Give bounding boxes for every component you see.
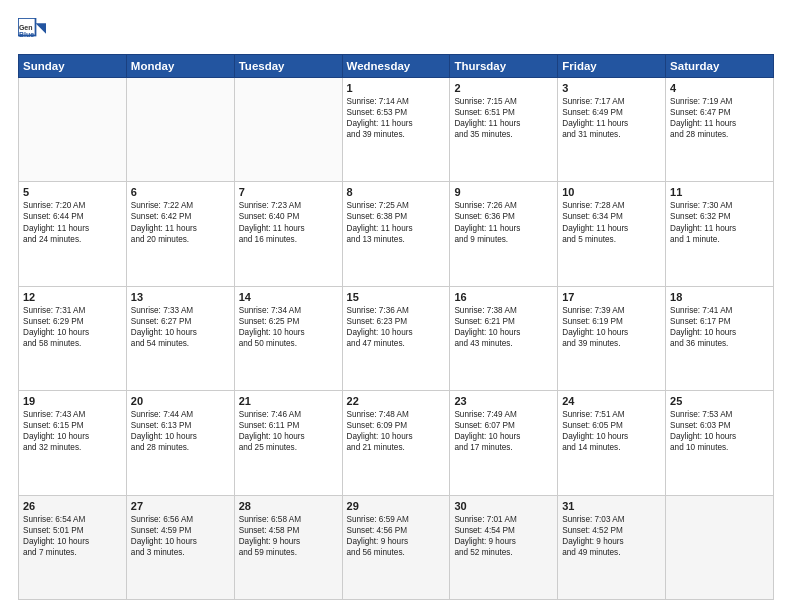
calendar-week-row: 1Sunrise: 7:14 AM Sunset: 6:53 PM Daylig… [19,78,774,182]
calendar-cell: 16Sunrise: 7:38 AM Sunset: 6:21 PM Dayli… [450,286,558,390]
calendar-cell: 14Sunrise: 7:34 AM Sunset: 6:25 PM Dayli… [234,286,342,390]
calendar-cell: 3Sunrise: 7:17 AM Sunset: 6:49 PM Daylig… [558,78,666,182]
calendar-cell: 6Sunrise: 7:22 AM Sunset: 6:42 PM Daylig… [126,182,234,286]
calendar-cell [19,78,127,182]
calendar-cell: 25Sunrise: 7:53 AM Sunset: 6:03 PM Dayli… [666,391,774,495]
cell-info: Sunrise: 7:17 AM Sunset: 6:49 PM Dayligh… [562,96,661,140]
weekday-header: Wednesday [342,55,450,78]
cell-info: Sunrise: 6:58 AM Sunset: 4:58 PM Dayligh… [239,514,338,558]
calendar-cell: 29Sunrise: 6:59 AM Sunset: 4:56 PM Dayli… [342,495,450,599]
day-number: 19 [23,395,122,407]
cell-info: Sunrise: 7:30 AM Sunset: 6:32 PM Dayligh… [670,200,769,244]
day-number: 12 [23,291,122,303]
calendar-cell: 21Sunrise: 7:46 AM Sunset: 6:11 PM Dayli… [234,391,342,495]
cell-info: Sunrise: 7:15 AM Sunset: 6:51 PM Dayligh… [454,96,553,140]
calendar-cell [666,495,774,599]
day-number: 31 [562,500,661,512]
weekday-header: Friday [558,55,666,78]
calendar-week-row: 5Sunrise: 7:20 AM Sunset: 6:44 PM Daylig… [19,182,774,286]
day-number: 29 [347,500,446,512]
cell-info: Sunrise: 6:56 AM Sunset: 4:59 PM Dayligh… [131,514,230,558]
cell-info: Sunrise: 7:19 AM Sunset: 6:47 PM Dayligh… [670,96,769,140]
calendar-cell: 23Sunrise: 7:49 AM Sunset: 6:07 PM Dayli… [450,391,558,495]
day-number: 27 [131,500,230,512]
cell-info: Sunrise: 7:48 AM Sunset: 6:09 PM Dayligh… [347,409,446,453]
calendar-cell: 4Sunrise: 7:19 AM Sunset: 6:47 PM Daylig… [666,78,774,182]
day-number: 21 [239,395,338,407]
cell-info: Sunrise: 7:03 AM Sunset: 4:52 PM Dayligh… [562,514,661,558]
calendar-cell: 7Sunrise: 7:23 AM Sunset: 6:40 PM Daylig… [234,182,342,286]
weekday-header: Sunday [19,55,127,78]
page: Gen Blue SundayMondayTuesdayWednesdayThu… [0,0,792,612]
day-number: 26 [23,500,122,512]
day-number: 24 [562,395,661,407]
calendar-header: SundayMondayTuesdayWednesdayThursdayFrid… [19,55,774,78]
calendar-cell: 31Sunrise: 7:03 AM Sunset: 4:52 PM Dayli… [558,495,666,599]
calendar-week-row: 26Sunrise: 6:54 AM Sunset: 5:01 PM Dayli… [19,495,774,599]
day-number: 22 [347,395,446,407]
cell-info: Sunrise: 6:54 AM Sunset: 5:01 PM Dayligh… [23,514,122,558]
day-number: 6 [131,186,230,198]
cell-info: Sunrise: 7:25 AM Sunset: 6:38 PM Dayligh… [347,200,446,244]
weekday-row: SundayMondayTuesdayWednesdayThursdayFrid… [19,55,774,78]
calendar-body: 1Sunrise: 7:14 AM Sunset: 6:53 PM Daylig… [19,78,774,600]
cell-info: Sunrise: 7:14 AM Sunset: 6:53 PM Dayligh… [347,96,446,140]
cell-info: Sunrise: 7:51 AM Sunset: 6:05 PM Dayligh… [562,409,661,453]
cell-info: Sunrise: 7:44 AM Sunset: 6:13 PM Dayligh… [131,409,230,453]
day-number: 20 [131,395,230,407]
cell-info: Sunrise: 7:28 AM Sunset: 6:34 PM Dayligh… [562,200,661,244]
calendar-cell: 15Sunrise: 7:36 AM Sunset: 6:23 PM Dayli… [342,286,450,390]
cell-info: Sunrise: 6:59 AM Sunset: 4:56 PM Dayligh… [347,514,446,558]
calendar-cell: 18Sunrise: 7:41 AM Sunset: 6:17 PM Dayli… [666,286,774,390]
cell-info: Sunrise: 7:26 AM Sunset: 6:36 PM Dayligh… [454,200,553,244]
logo: Gen Blue [18,18,50,46]
calendar-cell: 28Sunrise: 6:58 AM Sunset: 4:58 PM Dayli… [234,495,342,599]
weekday-header: Saturday [666,55,774,78]
day-number: 23 [454,395,553,407]
day-number: 16 [454,291,553,303]
calendar-cell: 11Sunrise: 7:30 AM Sunset: 6:32 PM Dayli… [666,182,774,286]
cell-info: Sunrise: 7:41 AM Sunset: 6:17 PM Dayligh… [670,305,769,349]
logo-icon: Gen Blue [18,18,46,46]
calendar-cell: 13Sunrise: 7:33 AM Sunset: 6:27 PM Dayli… [126,286,234,390]
cell-info: Sunrise: 7:22 AM Sunset: 6:42 PM Dayligh… [131,200,230,244]
cell-info: Sunrise: 7:43 AM Sunset: 6:15 PM Dayligh… [23,409,122,453]
cell-info: Sunrise: 7:36 AM Sunset: 6:23 PM Dayligh… [347,305,446,349]
day-number: 8 [347,186,446,198]
cell-info: Sunrise: 7:23 AM Sunset: 6:40 PM Dayligh… [239,200,338,244]
calendar-cell: 12Sunrise: 7:31 AM Sunset: 6:29 PM Dayli… [19,286,127,390]
day-number: 1 [347,82,446,94]
cell-info: Sunrise: 7:53 AM Sunset: 6:03 PM Dayligh… [670,409,769,453]
day-number: 17 [562,291,661,303]
cell-info: Sunrise: 7:20 AM Sunset: 6:44 PM Dayligh… [23,200,122,244]
calendar-week-row: 12Sunrise: 7:31 AM Sunset: 6:29 PM Dayli… [19,286,774,390]
cell-info: Sunrise: 7:38 AM Sunset: 6:21 PM Dayligh… [454,305,553,349]
calendar-cell: 27Sunrise: 6:56 AM Sunset: 4:59 PM Dayli… [126,495,234,599]
day-number: 15 [347,291,446,303]
calendar-cell: 8Sunrise: 7:25 AM Sunset: 6:38 PM Daylig… [342,182,450,286]
calendar-cell: 26Sunrise: 6:54 AM Sunset: 5:01 PM Dayli… [19,495,127,599]
calendar-cell: 17Sunrise: 7:39 AM Sunset: 6:19 PM Dayli… [558,286,666,390]
day-number: 14 [239,291,338,303]
calendar-cell [126,78,234,182]
day-number: 7 [239,186,338,198]
calendar-cell: 19Sunrise: 7:43 AM Sunset: 6:15 PM Dayli… [19,391,127,495]
cell-info: Sunrise: 7:31 AM Sunset: 6:29 PM Dayligh… [23,305,122,349]
day-number: 2 [454,82,553,94]
weekday-header: Thursday [450,55,558,78]
cell-info: Sunrise: 7:46 AM Sunset: 6:11 PM Dayligh… [239,409,338,453]
day-number: 5 [23,186,122,198]
day-number: 9 [454,186,553,198]
calendar-cell: 24Sunrise: 7:51 AM Sunset: 6:05 PM Dayli… [558,391,666,495]
cell-info: Sunrise: 7:49 AM Sunset: 6:07 PM Dayligh… [454,409,553,453]
day-number: 28 [239,500,338,512]
weekday-header: Tuesday [234,55,342,78]
day-number: 11 [670,186,769,198]
calendar-cell: 1Sunrise: 7:14 AM Sunset: 6:53 PM Daylig… [342,78,450,182]
calendar-table: SundayMondayTuesdayWednesdayThursdayFrid… [18,54,774,600]
calendar-cell: 22Sunrise: 7:48 AM Sunset: 6:09 PM Dayli… [342,391,450,495]
calendar-cell: 10Sunrise: 7:28 AM Sunset: 6:34 PM Dayli… [558,182,666,286]
day-number: 30 [454,500,553,512]
calendar-cell: 9Sunrise: 7:26 AM Sunset: 6:36 PM Daylig… [450,182,558,286]
day-number: 4 [670,82,769,94]
